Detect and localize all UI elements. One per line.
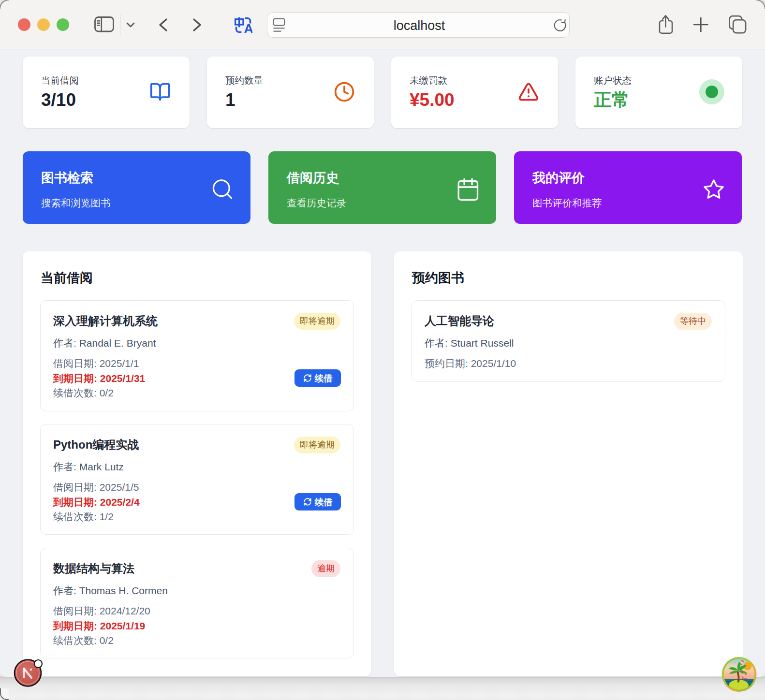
svg-text:A: A: [244, 21, 252, 35]
